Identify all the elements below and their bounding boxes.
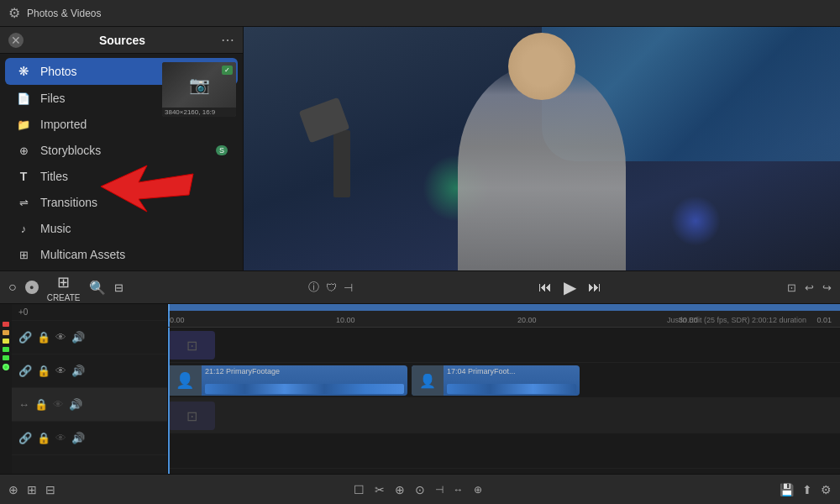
create-label: CREATE xyxy=(47,293,81,302)
vol-orange xyxy=(3,330,9,335)
track-3: ⊡ xyxy=(168,398,840,433)
track-control-row-4: 🔗 🔒 👁 🔊 xyxy=(12,422,167,455)
track-audio-1[interactable]: 🔊 xyxy=(71,331,85,344)
info-icon[interactable]: ⓘ xyxy=(308,280,319,295)
volume-meters xyxy=(0,304,12,474)
mark-out-button[interactable]: ● xyxy=(25,281,39,294)
source-item-transitions[interactable]: ⇌ Transitions xyxy=(5,190,238,215)
music-icon: ♪ xyxy=(15,223,32,235)
track-4 xyxy=(168,433,840,469)
placeholder-clip-1[interactable]: ⊡ xyxy=(168,331,215,360)
vol-red xyxy=(3,322,9,327)
vol-green1 xyxy=(3,347,9,352)
source-item-imported-label: Imported xyxy=(40,118,228,131)
transport-right: ⊡ ↩ ↪ xyxy=(787,281,832,294)
app-container: ⚙ Photos & Videos ✕ Sources ⋯ 📷 ✓ 3840×2… xyxy=(0,0,840,504)
filter-button[interactable]: ⊟ xyxy=(114,281,123,294)
zoom-tool[interactable]: ⊕ xyxy=(474,483,482,496)
export-button[interactable]: ⬆ xyxy=(802,483,812,496)
photos-icon: ❋ xyxy=(15,64,32,79)
track-arrow-3[interactable]: ↔ xyxy=(18,398,29,411)
track-lock-3[interactable]: 🔒 xyxy=(34,398,48,411)
files-icon: 📄 xyxy=(15,92,32,105)
clip-content-1: 21:12 PrimaryFootage xyxy=(202,365,407,396)
video-clip-2[interactable]: 👤 17:04 PrimaryFoot... xyxy=(412,365,580,396)
titles-icon: T xyxy=(15,170,32,183)
track-lock-4[interactable]: 🔒 xyxy=(37,432,50,444)
timeline-main: 0.00 10.00 20.00 30.00 0.01 Justi xyxy=(168,304,840,474)
track-lock-2[interactable]: 🔒 xyxy=(37,365,50,377)
track-control-row-1: 🔗 🔒 👁 🔊 xyxy=(12,321,167,354)
track-audio-4[interactable]: 🔊 xyxy=(71,432,85,444)
redo-icon[interactable]: ↪ xyxy=(822,281,832,294)
add-track-button[interactable]: ⊕ xyxy=(8,483,18,496)
track-link-4[interactable]: 🔗 xyxy=(18,432,32,444)
placeholder-icon-1: ⊡ xyxy=(186,338,197,354)
append-icon[interactable]: ⊣ xyxy=(344,281,353,294)
save-button[interactable]: 💾 xyxy=(780,483,794,496)
thumbnail-image: 📷 ✓ xyxy=(162,62,236,108)
storyblocks-icon: ⊕ xyxy=(15,144,32,157)
settings-button[interactable]: ⚙ xyxy=(821,483,832,496)
preview-video xyxy=(244,27,840,270)
audio-output-icon[interactable]: ⊡ xyxy=(787,281,796,294)
clip-thumbnail-2: 👤 xyxy=(412,365,444,396)
source-item-multicam[interactable]: ⊞ Multicam Assets xyxy=(5,242,238,267)
go-to-end-button[interactable]: ⏭ xyxy=(588,280,601,295)
clip-content-2: 17:04 PrimaryFoot... xyxy=(444,365,580,396)
track-link-1[interactable]: 🔗 xyxy=(18,331,32,344)
placeholder-clip-3[interactable]: ⊡ xyxy=(168,402,215,430)
track-audio-2[interactable]: 🔊 xyxy=(71,365,85,377)
source-item-storyblocks-label: Storyblocks xyxy=(40,144,207,157)
blade-tool[interactable]: ⊣ xyxy=(435,483,444,496)
track-view-1[interactable]: 👁 xyxy=(55,331,66,344)
track-view-2[interactable]: 👁 xyxy=(55,365,66,377)
create-button[interactable]: ⊞ CREATE xyxy=(47,273,81,302)
go-to-start-button[interactable]: ⏮ xyxy=(538,280,552,295)
timeline-progress-bar xyxy=(168,304,840,311)
source-item-storyblocks[interactable]: ⊕ Storyblocks S xyxy=(5,138,238,163)
split-view-button[interactable]: ⊟ xyxy=(45,483,55,496)
track-view-4[interactable]: 👁 xyxy=(55,432,66,444)
search-button[interactable]: 🔍 xyxy=(89,280,106,296)
cut-tool[interactable]: ✂ xyxy=(375,483,385,496)
timeline-section: +0 🔗 🔒 👁 🔊 🔗 🔒 👁 🔊 ↔ 🔒 👁 🔊 xyxy=(0,304,840,474)
progress-playhead xyxy=(168,304,170,311)
play-button[interactable]: ▶ xyxy=(564,277,576,297)
select-tool[interactable]: ☐ xyxy=(354,483,365,496)
video-clip-1[interactable]: 👤 21:12 PrimaryFootage xyxy=(168,365,407,396)
shield-icon[interactable]: 🛡 xyxy=(326,281,337,294)
source-item-titles[interactable]: T Titles xyxy=(5,164,238,189)
ripple-tool[interactable]: ⊙ xyxy=(415,483,425,496)
timeline-ruler: 0.00 10.00 20.00 30.00 0.01 Justi xyxy=(168,311,840,328)
clip-view-button[interactable]: ⊞ xyxy=(27,483,37,496)
source-item-titles-label: Titles xyxy=(40,170,228,183)
move-tool[interactable]: ↔ xyxy=(454,483,464,496)
edit-info: Justin Edit (25 fps, SDR) 2:00:12 durati… xyxy=(667,312,806,325)
clip-label-2: 17:04 PrimaryFoot... xyxy=(447,367,576,375)
bottom-toolbar-right: 💾 ⬆ ⚙ xyxy=(780,483,832,496)
middle-section: ✕ Sources ⋯ 📷 ✓ 3840×2160, 16:9 ❋ Photos xyxy=(0,27,840,270)
bottom-toolbar-center: ☐ ✂ ⊕ ⊙ ⊣ ↔ ⊕ xyxy=(354,483,482,496)
undo-icon[interactable]: ↩ xyxy=(805,281,814,294)
tracks-container: ⊡ 👤 21:12 PrimaryFootage xyxy=(168,328,840,474)
source-item-music[interactable]: ♪ Music xyxy=(5,216,238,241)
track-2: 👤 21:12 PrimaryFootage 👤 17:0 xyxy=(168,363,840,398)
source-item-add-edit[interactable]: ⊕ Add/Edit Sources xyxy=(5,268,238,270)
track-1: ⊡ xyxy=(168,328,840,363)
track-lock-1[interactable]: 🔒 xyxy=(37,331,50,344)
create-icon: ⊞ xyxy=(57,273,70,291)
track-link-2[interactable]: 🔗 xyxy=(18,365,32,377)
imported-icon: 📁 xyxy=(15,118,32,131)
track-audio-3[interactable]: 🔊 xyxy=(69,398,82,411)
transport-center: ⏮ ▶ ⏭ xyxy=(538,277,601,297)
transport-bar: ○ ● ⊞ CREATE 🔍 ⊟ ⓘ 🛡 ⊣ ⏮ ▶ ⏭ ⊡ ↩ ↪ xyxy=(0,270,840,304)
sources-close-button[interactable]: ✕ xyxy=(8,33,24,48)
sources-more-button[interactable]: ⋯ xyxy=(221,32,234,48)
add-tool[interactable]: ⊕ xyxy=(395,483,405,496)
track-control-row-3: ↔ 🔒 👁 🔊 xyxy=(12,388,167,422)
track-controls-panel: +0 🔗 🔒 👁 🔊 🔗 🔒 👁 🔊 ↔ 🔒 👁 🔊 xyxy=(12,304,168,474)
mark-in-button[interactable]: ○ xyxy=(8,280,17,295)
track-view-3[interactable]: 👁 xyxy=(53,398,64,411)
source-item-music-label: Music xyxy=(40,222,228,235)
